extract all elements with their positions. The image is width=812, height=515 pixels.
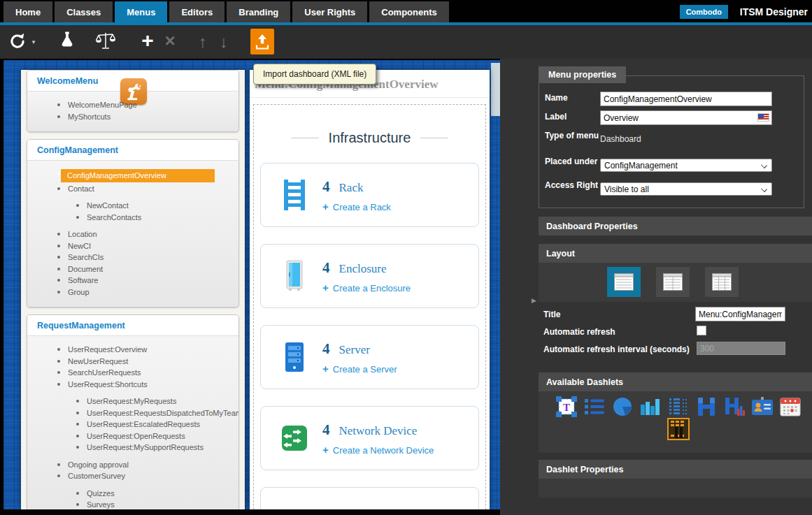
- chevron-down-icon: [761, 186, 767, 192]
- add-button[interactable]: +: [137, 25, 158, 59]
- plus-icon: +: [322, 282, 329, 293]
- menu-tree-item[interactable]: Ongoing approval: [27, 459, 238, 471]
- undo-dropdown-caret[interactable]: ▾: [29, 25, 38, 59]
- dashlet-bar-chart-icon[interactable]: [639, 396, 662, 418]
- menu-tree-item[interactable]: NewUserRequest: [27, 356, 238, 368]
- menu-tree-item-label: UserRequest:RequestsDispatchedToMyTeams: [87, 409, 239, 417]
- menu-tree-item[interactable]: SearchUserRequests: [27, 367, 238, 379]
- card-count: 4: [322, 178, 330, 195]
- delete-button[interactable]: ×: [159, 25, 180, 59]
- card-create-link[interactable]: +Create a Rack: [322, 201, 391, 212]
- network-device-icon: [281, 425, 308, 451]
- dashlet-badge-icon[interactable]: [751, 396, 774, 418]
- dashlet-text-icon[interactable]: T: [555, 396, 578, 418]
- dashboard-title-input[interactable]: [695, 307, 785, 321]
- menu-tree-item[interactable]: NewContact: [27, 200, 238, 212]
- menu-tree-item[interactable]: Document: [27, 263, 238, 275]
- import-dashboard-button[interactable]: [250, 29, 274, 55]
- menu-tree-item[interactable]: SearchContacts: [27, 212, 238, 224]
- bullet-icon: [76, 503, 79, 506]
- menu-tree-item[interactable]: UserRequest:MySupportRequests: [27, 442, 238, 454]
- panel-collapse-arrow-icon[interactable]: ▶: [532, 297, 536, 304]
- workspace-scrollbar[interactable]: [491, 63, 500, 116]
- menu-tree-item[interactable]: SearchCIs: [27, 252, 238, 263]
- undo-button[interactable]: [6, 25, 29, 59]
- menu-tree-item[interactable]: UserRequest:EscalatedRequests: [27, 419, 238, 430]
- access-right-select[interactable]: Visible to all: [600, 182, 772, 196]
- layout-one-column-button[interactable]: [607, 267, 641, 297]
- dashlet-pie-chart-icon[interactable]: [611, 396, 634, 418]
- card-label[interactable]: Enclosure: [339, 262, 387, 275]
- dashlet-calendar-icon[interactable]: [779, 396, 802, 418]
- menu-tree-item[interactable]: UserRequest:OpenRequests: [27, 430, 238, 442]
- test-button[interactable]: [56, 25, 78, 59]
- menu-tree-item-label: NewContact: [87, 201, 129, 210]
- menu-group-title[interactable]: ConfigManagement: [27, 140, 238, 161]
- summary-card[interactable]: 4 Rack +Create a Rack: [260, 163, 479, 227]
- available-dashlets-header[interactable]: Available Dashlets: [539, 372, 812, 391]
- card-label[interactable]: Rack: [339, 181, 364, 194]
- menu-tree-item[interactable]: UserRequest:RequestsDispatchedToMyTeams: [27, 407, 238, 419]
- menu-tree-item[interactable]: Quizzes: [27, 488, 238, 500]
- menu-tree-item[interactable]: UserRequest:Shortcuts: [27, 379, 238, 391]
- summary-card[interactable]: 4 Server +Create a Server: [260, 325, 479, 389]
- menu-tree-item[interactable]: Contact: [27, 183, 238, 195]
- nav-tab-label: Components: [381, 7, 436, 17]
- nav-tab[interactable]: User Rights: [292, 1, 367, 22]
- nav-tab[interactable]: Editors: [169, 1, 225, 22]
- dashlet-grid-icon[interactable]: [667, 396, 690, 418]
- summary-card-partial[interactable]: [260, 487, 479, 509]
- card-create-link[interactable]: +Create a Enclosure: [322, 282, 411, 293]
- import-dashboard-tooltip: Import dashboard (XML file): [253, 64, 376, 85]
- auto-refresh-checkbox[interactable]: [697, 326, 706, 335]
- dashlet-list-icon[interactable]: [583, 396, 606, 418]
- summary-card[interactable]: 4 Network Device +Create a Network Devic…: [260, 406, 479, 470]
- dashboard-properties-header[interactable]: Dashboard Properties: [539, 217, 812, 235]
- menu-tree-item[interactable]: UserRequest:MyRequests: [27, 396, 238, 407]
- layout-header[interactable]: Layout: [539, 244, 812, 263]
- menu-tree-item-label: Contact: [68, 184, 94, 193]
- dashlet-header-with-chart-icon[interactable]: [723, 396, 746, 418]
- menu-tree-panel: WelcomeMenu WelcomeMenuPage MyShortcuts: [21, 70, 245, 509]
- one-column-layout-icon: [613, 273, 634, 291]
- card-create-link[interactable]: +Create a Network Device: [322, 444, 434, 456]
- menu-tree-item[interactable]: Surveys: [27, 499, 238, 509]
- card-label[interactable]: Network Device: [339, 424, 418, 437]
- label-input[interactable]: [600, 110, 772, 125]
- name-input[interactable]: [600, 92, 772, 106]
- dashboard-canvas[interactable]: Infrastructure: [253, 104, 486, 509]
- nav-tab[interactable]: Menus: [115, 1, 167, 22]
- nav-tab[interactable]: Classes: [55, 1, 113, 22]
- nav-tab[interactable]: Home: [3, 1, 52, 22]
- dashlet-rack-units-icon[interactable]: [667, 418, 690, 440]
- summary-card[interactable]: 4 Enclosure +Create a Enclosure: [260, 244, 479, 308]
- layout-two-column-button[interactable]: [656, 267, 690, 297]
- placed-under-select[interactable]: ConfigManagement: [600, 159, 772, 172]
- nav-tab[interactable]: Branding: [227, 1, 290, 22]
- card-label[interactable]: Server: [339, 343, 370, 356]
- menu-tree-item-label: NewUserRequest: [68, 357, 128, 365]
- menu-tree-item[interactable]: MyShortcuts: [27, 111, 238, 123]
- compare-button[interactable]: [92, 25, 119, 59]
- menu-tree-item[interactable]: WelcomeMenuPage: [27, 99, 238, 111]
- menu-tree-item[interactable]: Location: [27, 229, 238, 240]
- nav-tab-label: User Rights: [304, 7, 355, 17]
- bullet-icon: [76, 446, 79, 449]
- menu-group-title[interactable]: RequestManagement: [27, 315, 238, 336]
- menu-tree-item[interactable]: ConfigManagementOverview: [27, 168, 238, 183]
- move-down-button[interactable]: ↓: [214, 25, 234, 59]
- us-flag-icon[interactable]: [757, 113, 769, 122]
- dashlet-header-icon[interactable]: [695, 396, 718, 418]
- nav-tab[interactable]: Components: [369, 1, 448, 22]
- menu-tree-item[interactable]: Software: [27, 275, 238, 286]
- card-create-link[interactable]: +Create a Server: [322, 363, 397, 375]
- bottom-edge: [0, 509, 500, 515]
- layout-three-column-button[interactable]: [705, 267, 739, 297]
- move-up-button[interactable]: ↑: [193, 25, 213, 59]
- menu-tree-item[interactable]: Group: [27, 286, 238, 298]
- dashlet-properties-header[interactable]: Dashlet Properties: [539, 460, 812, 479]
- menu-tree-item[interactable]: UserRequest:Overview: [27, 344, 238, 356]
- menu-tree-item[interactable]: NewCI: [27, 240, 238, 252]
- menu-tree-item[interactable]: CustomerSurvey: [27, 470, 238, 482]
- menu-tree-item-label: UserRequest:EscalatedRequests: [87, 420, 200, 428]
